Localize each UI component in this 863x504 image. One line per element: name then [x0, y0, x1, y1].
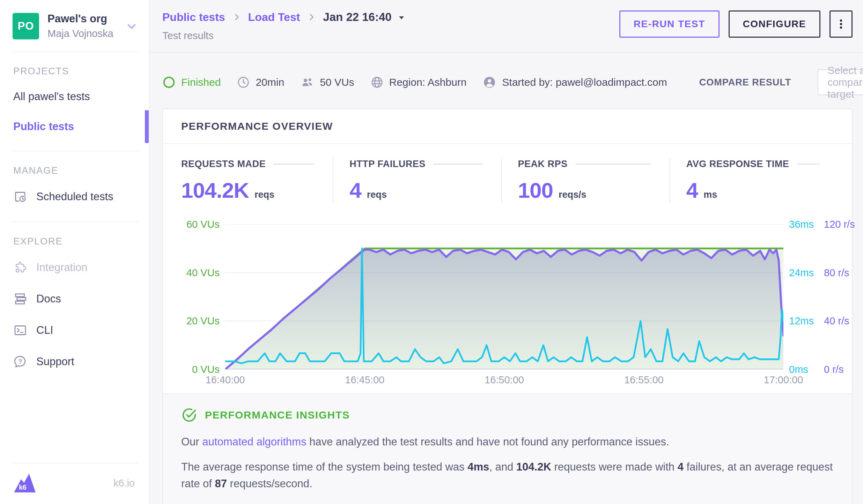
- page-header: Public tests Load Test Jan 22 16:40 Test…: [149, 0, 863, 53]
- y-axis-tick-vus: 60 VUs: [186, 219, 220, 230]
- support-icon: ?: [13, 355, 27, 369]
- test-started-by: Started by: pawel@loadimpact.com: [482, 75, 667, 89]
- sidebar-item-scheduled-tests[interactable]: Scheduled tests: [0, 181, 149, 212]
- page-subtitle: Test results: [162, 30, 406, 42]
- test-duration: 20min: [237, 76, 284, 89]
- rerun-test-button[interactable]: RE-RUN TEST: [619, 10, 720, 38]
- sidebar-item-public-tests[interactable]: Public tests: [0, 112, 149, 142]
- configure-button[interactable]: CONFIGURE: [729, 10, 821, 38]
- performance-insights: PERFORMANCE INSIGHTS Our automated algor…: [163, 393, 852, 504]
- more-options-button[interactable]: [829, 10, 853, 38]
- breadcrumb-public-tests[interactable]: Public tests: [162, 11, 225, 24]
- manage-section: MANAGE Scheduled tests: [0, 151, 149, 221]
- sidebar: PO Pawel's org Maja Vojnoska PROJECTS Al…: [0, 0, 149, 504]
- status-badge: Finished: [162, 76, 221, 89]
- sidebar-item-integration[interactable]: Integration: [0, 252, 149, 283]
- org-subtitle: Maja Vojnoska: [47, 28, 113, 39]
- sidebar-item-all-pawels-tests[interactable]: All pawel's tests: [0, 82, 149, 112]
- sidebar-item-support[interactable]: ? Support: [0, 346, 149, 377]
- manage-header: MANAGE: [0, 165, 149, 176]
- status-ring-icon: [162, 76, 176, 89]
- chart-axis-x: 16:40:0016:45:0016:50:0016:55:0017:00:00: [225, 374, 783, 391]
- breadcrumb-load-test[interactable]: Load Test: [248, 11, 300, 24]
- check-circle-icon: [181, 407, 197, 423]
- breadcrumb: Public tests Load Test Jan 22 16:40: [162, 10, 406, 24]
- test-vus: 50 VUs: [300, 75, 354, 89]
- explore-header: EXPLORE: [0, 236, 149, 247]
- chart-axis-right: 36ms120 r/s24ms80 r/s12ms40 r/s0ms0 r/s: [783, 224, 847, 369]
- svg-text:k6: k6: [19, 483, 27, 491]
- test-region: Region: Ashburn: [370, 76, 467, 89]
- calendar-clock-icon: [13, 190, 27, 204]
- compare-result-label: COMPARE RESULT: [699, 77, 791, 88]
- site-link[interactable]: k6.io: [113, 477, 135, 489]
- performance-overview-card: PERFORMANCE OVERVIEW REQUESTS MADE 104.2…: [162, 108, 853, 504]
- breadcrumb-run-selector[interactable]: Jan 22 16:40: [323, 10, 405, 24]
- x-axis-tick: 16:45:00: [345, 374, 384, 386]
- stat-http-failures: HTTP FAILURES 4reqs: [333, 159, 501, 203]
- terminal-icon: [13, 323, 27, 337]
- puzzle-icon: [13, 261, 27, 274]
- chevron-right-icon: [232, 13, 241, 22]
- org-name: Pawel's org: [47, 13, 113, 25]
- y-axis-tick-right: 24ms80 r/s: [789, 267, 849, 278]
- x-axis-tick: 16:55:00: [624, 374, 664, 386]
- insights-line-1: Our automated algorithms have analyzed t…: [181, 434, 834, 450]
- chart-axis-left: 60 VUs40 VUs20 VUs0 VUs: [172, 224, 225, 369]
- stats-row: REQUESTS MADE 104.2Kreqs HTTP FAILURES 4…: [163, 144, 852, 204]
- sidebar-item-docs[interactable]: Docs: [0, 283, 149, 315]
- y-axis-tick-right: 0ms0 r/s: [789, 364, 843, 375]
- clock-icon: [237, 76, 250, 89]
- overview-chart: 60 VUs40 VUs20 VUs0 VUs 36ms120 r/s24ms8…: [163, 204, 852, 393]
- sidebar-footer: k6 k6.io: [0, 463, 149, 504]
- x-axis-tick: 16:50:00: [485, 374, 524, 386]
- card-title: PERFORMANCE OVERVIEW: [181, 120, 333, 132]
- chevron-right-icon: [307, 13, 316, 22]
- chart-plot-area[interactable]: [225, 224, 783, 369]
- insights-line-2: The average response time of the system …: [181, 459, 834, 492]
- org-avatar: PO: [13, 13, 39, 39]
- explore-section: EXPLORE Integration Docs CLI ? Support: [0, 222, 149, 386]
- y-axis-tick-vus: 0 VUs: [192, 364, 220, 375]
- stat-requests-made: REQUESTS MADE 104.2Kreqs: [181, 159, 333, 203]
- x-axis-tick: 17:00:00: [764, 374, 803, 386]
- main-area: Public tests Load Test Jan 22 16:40 Test…: [149, 0, 863, 504]
- stat-avg-response-time: AVG RESPONSE TIME 4ms: [670, 159, 838, 203]
- k6-logo[interactable]: k6: [13, 473, 36, 494]
- chevron-down-icon: [125, 20, 138, 33]
- compare-target-select[interactable]: Select a compare target: [818, 69, 863, 95]
- docs-icon: [13, 292, 27, 306]
- svg-text:?: ?: [19, 358, 22, 365]
- x-axis-tick: 16:40:00: [206, 374, 245, 386]
- projects-section: PROJECTS All pawel's tests Public tests: [0, 52, 149, 151]
- globe-icon: [370, 76, 384, 89]
- active-indicator: [145, 110, 149, 143]
- test-status-bar: Finished 20min 50 VUs Region: Ashburn: [162, 69, 853, 95]
- y-axis-tick-vus: 40 VUs: [186, 267, 220, 278]
- y-axis-tick-right: 12ms40 r/s: [789, 315, 849, 327]
- stat-peak-rps: PEAK RPS 100reqs/s: [501, 159, 670, 203]
- compare-select-placeholder: Select a compare target: [827, 65, 863, 100]
- org-switcher[interactable]: PO Pawel's org Maja Vojnoska: [0, 0, 149, 51]
- projects-header: PROJECTS: [0, 66, 149, 77]
- kebab-icon: [835, 18, 847, 30]
- caret-down-icon: [397, 14, 406, 22]
- y-axis-tick-vus: 20 VUs: [186, 315, 220, 327]
- overview-chart-svg: [225, 224, 783, 369]
- insights-title: PERFORMANCE INSIGHTS: [205, 409, 350, 421]
- users-icon: [300, 75, 314, 89]
- content: Finished 20min 50 VUs Region: Ashburn: [149, 53, 863, 504]
- user-circle-icon: [482, 75, 496, 89]
- sidebar-item-cli[interactable]: CLI: [0, 315, 149, 346]
- y-axis-tick-right: 36ms120 r/s: [789, 219, 855, 230]
